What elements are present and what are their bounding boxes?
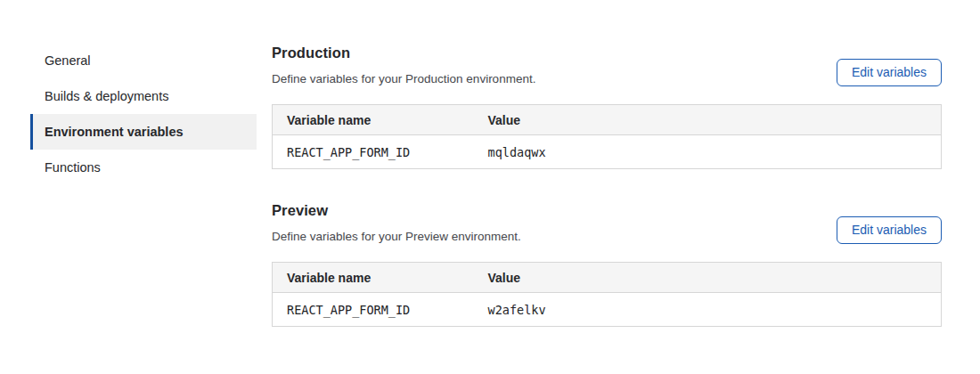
edit-variables-button-production[interactable]: Edit variables: [837, 59, 942, 86]
variable-value-cell: mqldaqwx: [474, 135, 942, 169]
variable-value-cell: w2afelkv: [474, 293, 942, 327]
sidebar-item-builds-deployments[interactable]: Builds & deployments: [30, 78, 257, 114]
column-header-variable-name: Variable name: [273, 263, 474, 293]
production-variables-table: Variable name Value REACT_APP_FORM_ID mq…: [272, 104, 942, 169]
production-title: Production: [272, 45, 942, 60]
variable-name-cell: REACT_APP_FORM_ID: [273, 135, 474, 169]
preview-section-header: Preview Define variables for your Previe…: [272, 203, 942, 243]
preview-variables-table: Variable name Value REACT_APP_FORM_ID w2…: [272, 262, 942, 327]
column-header-variable-name: Variable name: [273, 105, 474, 135]
sidebar-item-environment-variables[interactable]: Environment variables: [30, 114, 257, 150]
preview-section: Preview Define variables for your Previe…: [272, 203, 942, 327]
table-row: REACT_APP_FORM_ID mqldaqwx: [273, 135, 942, 169]
preview-title: Preview: [272, 203, 942, 217]
sidebar-item-functions[interactable]: Functions: [30, 150, 257, 185]
production-section-header: Production Define variables for your Pro…: [272, 45, 942, 85]
column-header-value: Value: [474, 105, 942, 135]
table-header-row: Variable name Value: [273, 263, 942, 293]
table-row: REACT_APP_FORM_ID w2afelkv: [273, 293, 942, 327]
table-header-row: Variable name Value: [273, 105, 942, 135]
column-header-value: Value: [474, 263, 942, 293]
variable-name-cell: REACT_APP_FORM_ID: [273, 293, 474, 327]
sidebar-item-general[interactable]: General: [30, 43, 257, 78]
edit-variables-button-preview[interactable]: Edit variables: [837, 216, 942, 244]
production-section: Production Define variables for your Pro…: [272, 45, 942, 169]
settings-sidebar: General Builds & deployments Environment…: [30, 43, 257, 185]
environment-variables-panel: Production Define variables for your Pro…: [272, 45, 942, 327]
